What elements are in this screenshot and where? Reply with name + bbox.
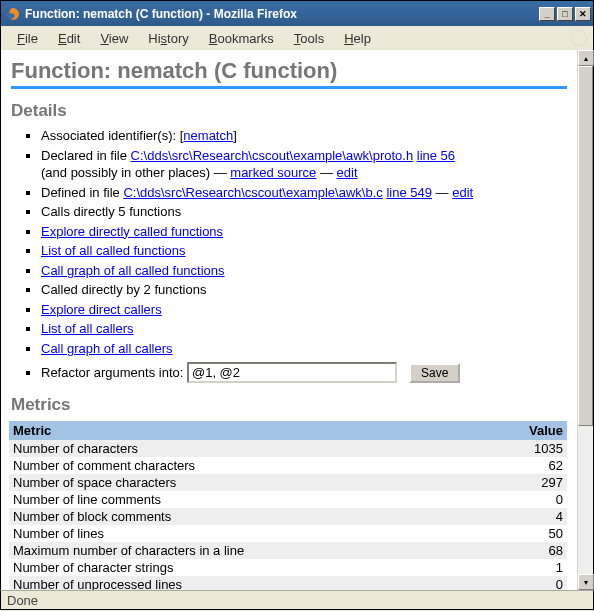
firefox-icon — [5, 6, 21, 22]
metric-value: 50 — [497, 525, 567, 542]
metric-name: Number of space characters — [9, 474, 497, 491]
detail-list-called: List of all called functions — [41, 242, 567, 260]
status-text: Done — [7, 593, 38, 608]
link-edit-declared[interactable]: edit — [337, 165, 358, 180]
metric-value: 1 — [497, 559, 567, 576]
metric-value: 0 — [497, 491, 567, 508]
detail-calls-directly: Calls directly 5 functions — [41, 203, 567, 221]
metric-value: 68 — [497, 542, 567, 559]
save-button[interactable]: Save — [409, 363, 460, 383]
table-row: Number of comment characters62 — [9, 457, 567, 474]
detail-explore-callers: Explore direct callers — [41, 301, 567, 319]
menu-history[interactable]: History — [138, 29, 198, 48]
metrics-header-value: Value — [497, 421, 567, 440]
metrics-table: Metric Value Number of characters1035Num… — [9, 421, 567, 590]
metric-name: Number of lines — [9, 525, 497, 542]
page-title: Function: nematch (C function) — [11, 58, 567, 89]
window-title: Function: nematch (C function) - Mozilla… — [25, 7, 539, 21]
metric-value: 1035 — [497, 440, 567, 457]
link-edit-defined[interactable]: edit — [452, 185, 473, 200]
detail-called-by: Called directly by 2 functions — [41, 281, 567, 299]
status-bar: Done — [0, 590, 594, 610]
menu-view[interactable]: View — [90, 29, 138, 48]
table-row: Number of unprocessed lines0 — [9, 576, 567, 590]
link-graph-callers[interactable]: Call graph of all callers — [41, 341, 173, 356]
link-list-callers[interactable]: List of all callers — [41, 321, 133, 336]
table-row: Number of character strings1 — [9, 559, 567, 576]
metric-name: Number of comment characters — [9, 457, 497, 474]
link-explore-callers[interactable]: Explore direct callers — [41, 302, 162, 317]
scroll-track[interactable] — [578, 66, 593, 574]
detail-graph-callers: Call graph of all callers — [41, 340, 567, 358]
metrics-heading: Metrics — [11, 395, 567, 415]
menu-edit[interactable]: Edit — [48, 29, 90, 48]
detail-defined: Defined in file C:\dds\src\Research\csco… — [41, 184, 567, 202]
link-graph-called[interactable]: Call graph of all called functions — [41, 263, 225, 278]
link-declared-line[interactable]: line 56 — [417, 148, 455, 163]
throbber-icon — [571, 30, 587, 46]
window-titlebar: Function: nematch (C function) - Mozilla… — [0, 0, 594, 26]
menu-tools[interactable]: Tools — [284, 29, 334, 48]
link-defined-line[interactable]: line 549 — [386, 185, 432, 200]
detail-graph-called: Call graph of all called functions — [41, 262, 567, 280]
metric-value: 62 — [497, 457, 567, 474]
detail-refactor: Refactor arguments into: Save — [41, 362, 567, 383]
scroll-down-button[interactable]: ▾ — [578, 574, 594, 590]
metrics-header-metric: Metric — [9, 421, 497, 440]
table-row: Number of lines50 — [9, 525, 567, 542]
table-row: Number of line comments0 — [9, 491, 567, 508]
metric-name: Number of characters — [9, 440, 497, 457]
table-row: Number of block comments4 — [9, 508, 567, 525]
menu-help[interactable]: Help — [334, 29, 381, 48]
metric-value: 297 — [497, 474, 567, 491]
scroll-thumb[interactable] — [578, 66, 593, 426]
details-list: Associated identifier(s): [nematch] Decl… — [11, 127, 567, 383]
link-marked-source[interactable]: marked source — [230, 165, 316, 180]
content-frame: Function: nematch (C function) Details A… — [0, 50, 594, 590]
menu-bookmarks[interactable]: Bookmarks — [199, 29, 284, 48]
metric-name: Number of line comments — [9, 491, 497, 508]
metric-value: 4 — [497, 508, 567, 525]
metric-name: Number of unprocessed lines — [9, 576, 497, 590]
page-content: Function: nematch (C function) Details A… — [1, 50, 577, 590]
detail-explore-called: Explore directly called functions — [41, 223, 567, 241]
menu-bar: File Edit View History Bookmarks Tools H… — [0, 26, 594, 50]
vertical-scrollbar[interactable]: ▴ ▾ — [577, 50, 593, 590]
metric-name: Maximum number of characters in a line — [9, 542, 497, 559]
metric-name: Number of character strings — [9, 559, 497, 576]
link-nematch-id[interactable]: nematch — [183, 128, 233, 143]
metric-value: 0 — [497, 576, 567, 590]
metric-name: Number of block comments — [9, 508, 497, 525]
menu-file[interactable]: File — [7, 29, 48, 48]
link-defined-file[interactable]: C:\dds\src\Research\cscout\example\awk\b… — [123, 185, 382, 200]
link-list-called[interactable]: List of all called functions — [41, 243, 186, 258]
detail-list-callers: List of all callers — [41, 320, 567, 338]
close-button[interactable]: ✕ — [575, 7, 591, 21]
maximize-button[interactable]: □ — [557, 7, 573, 21]
minimize-button[interactable]: _ — [539, 7, 555, 21]
details-heading: Details — [11, 101, 567, 121]
table-row: Maximum number of characters in a line68 — [9, 542, 567, 559]
table-row: Number of space characters297 — [9, 474, 567, 491]
detail-declared: Declared in file C:\dds\src\Research\csc… — [41, 147, 567, 182]
detail-associated: Associated identifier(s): [nematch] — [41, 127, 567, 145]
table-row: Number of characters1035 — [9, 440, 567, 457]
scroll-up-button[interactable]: ▴ — [578, 50, 594, 66]
link-explore-called[interactable]: Explore directly called functions — [41, 224, 223, 239]
refactor-input[interactable] — [187, 362, 397, 383]
link-declared-file[interactable]: C:\dds\src\Research\cscout\example\awk\p… — [131, 148, 414, 163]
